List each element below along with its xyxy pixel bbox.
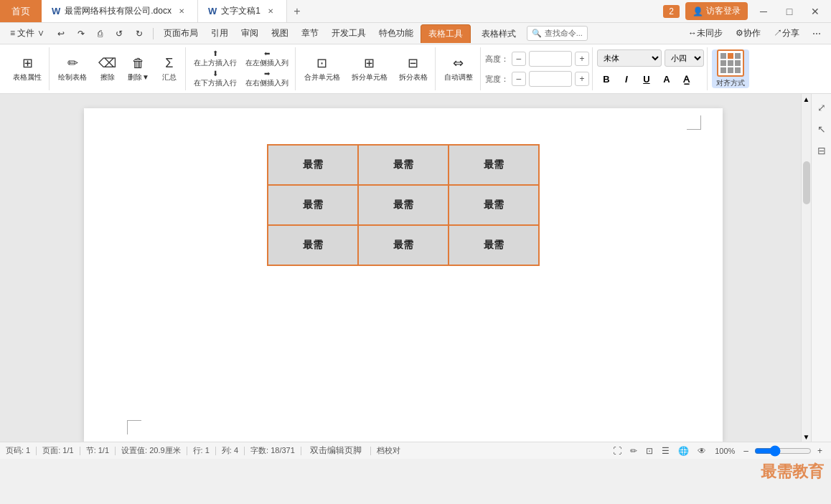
doc1-tab[interactable]: W 最需网络科技有限公司.docx ✕ [42,0,198,22]
cell-1-1[interactable]: 最需 [268,145,358,185]
menu-references[interactable]: 引用 [205,25,234,42]
cell-3-2[interactable]: 最需 [358,225,449,265]
menu-review[interactable]: 审阅 [235,25,264,42]
page-count: 页面: 1/1 [42,445,73,456]
right-tool-filter[interactable]: ⊟ [814,143,830,158]
italic-button[interactable]: I [617,70,636,88]
cell-2-3[interactable]: 最需 [449,185,539,225]
height-label: 高度： [485,54,509,65]
scroll-up-button[interactable]: ▲ [802,94,812,104]
search-command-box[interactable]: 🔍 查找命令... [527,26,588,41]
erase-button[interactable]: ⌫ 擦除 [94,49,121,88]
globe-button[interactable]: 🌐 [675,445,692,457]
menu-share[interactable]: ↗分享 [768,25,805,42]
cell-2-2[interactable]: 最需 [358,185,449,225]
split-table-button[interactable]: ⊟ 拆分表格 [395,49,432,88]
cell-1-3[interactable]: 最需 [449,145,539,185]
menu-more[interactable]: ⋯ [807,27,827,41]
align-button[interactable]: 对齐方式 [712,49,749,88]
restore-button[interactable]: □ [779,1,799,22]
menu-sync[interactable]: ↔未同步 [682,25,728,42]
delete-button[interactable]: 🗑 删除▼ [123,49,154,88]
table-body: 最需 最需 最需 最需 最需 最需 最需 最需 最需 [268,145,539,265]
menu-table-tools[interactable]: 表格工具 [421,24,471,43]
insert-row-below-button[interactable]: ⬇ 在下方插入行 [190,70,240,88]
zoom-minus-button[interactable]: – [741,445,751,457]
align-cell4 [720,60,726,66]
menu-file[interactable]: ≡ 文件 ∨ [4,25,50,42]
doc2-close[interactable]: ✕ [265,6,276,17]
menu-redo-icon[interactable]: ↷ [72,27,90,41]
right-tool-resize[interactable]: ⤢ [814,100,830,115]
menu-page-layout[interactable]: 页面布局 [158,25,204,42]
cell-2-1[interactable]: 最需 [268,185,358,225]
right-tool-cursor[interactable]: ↖ [814,121,830,137]
align-cell1 [720,53,726,59]
split-cells-button[interactable]: ⊞ 拆分单元格 [347,49,392,88]
font-color-button[interactable]: A [657,70,676,88]
menu-view[interactable]: 视图 [266,25,294,42]
height-plus-button[interactable]: + [575,52,589,66]
scrollbar-thumb[interactable] [803,161,810,204]
list-view-button[interactable]: ☰ [659,445,672,457]
merge-cells-button[interactable]: ⊡ 合并单元格 [300,49,344,88]
doc-scrollbar[interactable]: ▲ ▼ [801,94,811,442]
watermark: 最需教育 [761,461,824,482]
insert-col-right-button[interactable]: ➡ 在右侧插入列 [242,70,292,88]
insert-row-above-button[interactable]: ⬆ 在上方插入行 [190,49,240,68]
draw-table-button[interactable]: ✏ 绘制表格 [54,49,91,88]
highlight-button[interactable]: A̲ [677,70,696,88]
underline-button[interactable]: U [637,70,656,88]
page-view-button[interactable]: ⊡ [643,445,656,457]
menu-chapter[interactable]: 章节 [296,25,324,42]
menu-redo2-icon[interactable]: ↻ [130,27,149,41]
close-button[interactable]: ✕ [805,1,825,22]
width-plus-button[interactable]: + [575,72,589,86]
scroll-down-button[interactable]: ▼ [802,432,812,442]
font-name-select[interactable]: 未体 [597,49,662,67]
cell-3-3[interactable]: 最需 [449,225,539,265]
height-minus-button[interactable]: – [512,52,526,66]
cell-3-1[interactable]: 最需 [268,225,358,265]
doc-page: 最需 最需 最需 最需 最需 最需 最需 最需 最需 [84,108,723,442]
menu-undo2-icon[interactable]: ↺ [110,27,128,41]
document-table[interactable]: 最需 最需 最需 最需 最需 最需 最需 最需 最需 [267,144,540,266]
height-input[interactable] [529,51,572,67]
status-divider8 [370,447,371,455]
merge-label: 合并单元格 [304,72,340,82]
doc2-tab[interactable]: W 文字文稿1 ✕ [198,0,287,22]
doc1-close[interactable]: ✕ [176,6,187,17]
status-divider3 [115,447,116,455]
summarize-button[interactable]: Σ 汇总 [156,49,182,88]
minimize-button[interactable]: ─ [753,1,774,22]
new-tab-button[interactable]: + [287,0,307,22]
split-table-label: 拆分表格 [399,72,428,82]
doc1-icon: W [52,6,60,16]
menu-devtools[interactable]: 开发工具 [326,25,372,42]
width-input[interactable] [529,71,572,87]
status-divider1 [36,447,37,455]
menu-collab[interactable]: ⚙协作 [730,25,766,42]
menu-table-style[interactable]: 表格样式 [474,24,524,43]
menu-undo-icon[interactable]: ↩ [52,27,70,41]
auto-adjust-button[interactable]: ⇔ 自动调整 [440,49,477,88]
edit-footer-button[interactable]: 双击编辑页脚 [307,444,365,457]
width-minus-button[interactable]: – [512,72,526,86]
fullscreen-button[interactable]: ⛶ [610,445,624,457]
menu-special[interactable]: 特色功能 [373,25,419,42]
draw-label: 绘制表格 [58,72,87,82]
home-tab[interactable]: 首页 [0,0,42,22]
font-size-select[interactable]: 小四 [665,49,704,67]
eye-button[interactable]: 👁 [695,445,709,457]
status-divider7 [301,447,301,455]
menu-print-icon[interactable]: ⎙ [92,27,108,41]
visitor-login-button[interactable]: 👤 访客登录 [685,2,748,20]
edit-icon[interactable]: ✏ [627,445,640,457]
zoom-slider-input[interactable] [754,445,812,457]
cell-1-2[interactable]: 最需 [358,145,449,185]
zoom-plus-button[interactable]: + [814,445,825,457]
insert-col-left-button[interactable]: ⬅ 在左侧插入列 [242,49,292,68]
bold-button[interactable]: B [597,70,616,88]
table-properties-button[interactable]: ⊞ 表格属性 [9,49,46,88]
ribbon-group-table-props: ⊞ 表格属性 [6,47,50,90]
